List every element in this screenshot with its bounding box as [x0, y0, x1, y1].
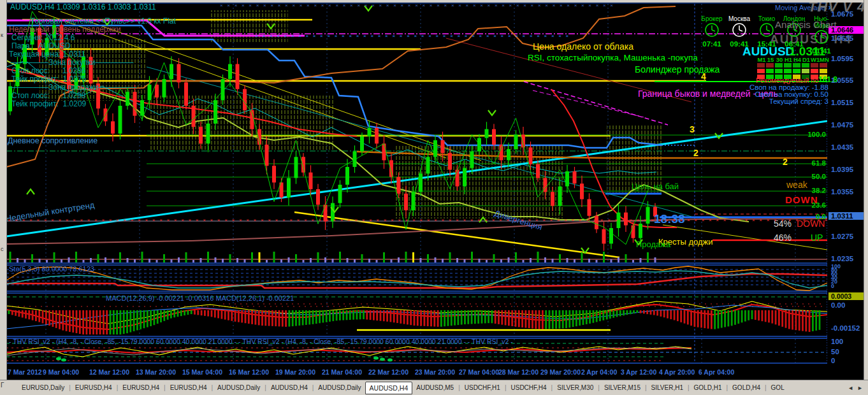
tab-separator: |	[598, 384, 600, 391]
time-label: 27 Mar 04:00	[459, 368, 499, 376]
tf-cell	[757, 69, 765, 73]
tf-header: D1	[802, 56, 811, 63]
wave-number-3: 3	[690, 125, 695, 134]
tab-eurusd-h4[interactable]: EURUSD,H4	[71, 382, 116, 394]
tab-audusd-daily[interactable]: AUDUSD,Daily	[314, 382, 365, 394]
spread-label: Текущий спред: 3	[769, 97, 828, 105]
timeframe-headers: M11530H1H4D1W1MN	[757, 56, 828, 63]
fib-label-23.6: 23.6	[812, 201, 826, 209]
strip-letter: к	[1, 32, 3, 38]
tab-separator: |	[688, 384, 690, 391]
tf-cell	[811, 63, 818, 68]
tab-separator: |	[645, 384, 647, 391]
scale-value-1.0515: 1.0515	[831, 99, 853, 106]
time-axis[interactable]: 7 Mar 20129 Mar 04:0012 Mar 12:0013 Mar …	[6, 364, 864, 380]
tab-usdchf-h4[interactable]: USDCHF,H4	[507, 382, 550, 394]
time-label: 12 Mar 12:00	[89, 368, 129, 376]
tf-row-1	[757, 69, 828, 73]
tf-cell	[820, 69, 827, 73]
clock-time: 15:41	[753, 40, 781, 48]
tf-cell	[802, 63, 809, 68]
buy-zone-label: —————Зона покупки—————	[10, 59, 134, 67]
tab-audusd-m5[interactable]: AUDUSD,M5	[412, 382, 458, 394]
annotation-rsi-stoch: RSI, стохастыйпокупка, Машенька -покупа	[528, 54, 698, 62]
up-word: UP	[811, 233, 823, 243]
scale-value-1.0311: 1.0311	[828, 212, 865, 220]
current-price-label: Текущая цена: 1.0311	[9, 50, 85, 59]
clock-time: 01:41	[807, 47, 835, 55]
clock-name: Москва	[725, 15, 753, 22]
tf-header: H1	[784, 56, 793, 63]
ohlc-title: AUDUSD,H4 1.0309 1.0316 1.0303 1.0311	[10, 3, 156, 11]
scale-value-1.0275: 1.0275	[831, 233, 853, 240]
chart-tab-bar: EURUSD,Daily|EURUSD,H4|EURUSD,H4|EURUSD,…	[0, 380, 868, 395]
annotation-sell: Продажа	[636, 240, 670, 249]
pair-label: Пара: AUDUSD	[11, 42, 71, 50]
scale-value-0.0003: 0.0003	[828, 292, 865, 300]
tf-row-0	[757, 63, 828, 68]
tab-eurusd-daily[interactable]: EURUSD,Daily	[18, 382, 68, 394]
tab-silver-m30[interactable]: SILVER,M30	[553, 382, 597, 394]
tab-separator: |	[264, 384, 266, 391]
tab-audusd-h4[interactable]: AUDUSD,H4	[365, 382, 413, 394]
time-label: 9 Mar 04:00	[43, 368, 79, 376]
tab-separator: |	[551, 384, 553, 391]
tf-header: 30	[775, 56, 784, 63]
tab-separator: |	[69, 384, 71, 391]
time-label: 22 Mar 12:00	[368, 368, 409, 376]
wave-number-4: 4	[701, 72, 706, 82]
tab-gold-h4[interactable]: GOLD,H4	[728, 382, 764, 394]
time-label: 19 Mar 20:00	[275, 368, 315, 376]
fib-label-50.0: 50.0	[812, 173, 826, 180]
tab-gol[interactable]: GOL	[767, 382, 788, 394]
fib-label-38.2: 38.2	[812, 187, 826, 194]
tf-header: MN	[820, 56, 828, 63]
tab-silver-h1[interactable]: SILVER,H1	[647, 382, 687, 394]
tf-header: H4	[793, 56, 802, 63]
annotation-target-buy: Цель на бай	[632, 182, 679, 191]
clock-time: 07:41	[698, 40, 726, 48]
thv-rsi-label: - THV RSI_v2 - (H4, -8, - Close, -85, -1…	[9, 338, 513, 345]
tab-scroll-left-icon[interactable]: ◄	[848, 385, 853, 391]
tab-silver-m15[interactable]: SILVER,M15	[600, 382, 644, 394]
tf-cell	[766, 69, 774, 73]
x-row-0: × × × × × × × × × × × × × × × × × × × × …	[220, 3, 615, 8]
tab-eurusd-h4[interactable]: EURUSD,H4	[119, 382, 163, 394]
scale-value-1.0635: 1.0635	[831, 34, 853, 42]
scale-value-1.0595: 1.0595	[831, 55, 853, 62]
tf-cell	[820, 63, 827, 68]
today-label: Сегодня: 2012.4.6	[11, 34, 75, 42]
tab-audusd-daily[interactable]: AUDUSD,Daily	[213, 382, 264, 394]
tab-audusd-h4[interactable]: AUDUSD,H4	[267, 382, 312, 394]
scale-value-0: 0	[831, 284, 834, 289]
clock-icon	[732, 22, 747, 38]
window-frame-right	[864, 0, 868, 380]
fib-label-61.8: 61.8	[812, 159, 826, 167]
time-label: 23 Mar 20:00	[415, 368, 455, 376]
tab-eurusd-h4[interactable]: EURUSD,H4	[166, 382, 211, 394]
tf-header: M1	[757, 56, 766, 63]
tab-scroll-right-icon[interactable]: ►	[857, 385, 863, 391]
clock-time: 09:41	[725, 40, 753, 48]
scale-value--0.00152: -0.00152	[831, 324, 860, 332]
tf-cell	[793, 69, 800, 73]
time-label: 28 Mar 12:00	[498, 368, 539, 376]
scale-value-1.0555: 1.0555	[831, 76, 853, 84]
weekly-support-label: Недельный уровень поддержки	[9, 25, 120, 34]
sell-takeprofit-label: Тейк профит: 1.0209	[11, 100, 86, 108]
tab-separator: |	[312, 384, 314, 391]
scale-value-50: 50	[831, 348, 839, 356]
annotation-weak: weak	[786, 180, 807, 190]
x-row-1: × × × × × × × × × × × × × × × × × × × × …	[255, 33, 570, 39]
window-frame-left	[0, 0, 7, 380]
tab-gold-h1[interactable]: GOLD,H1	[690, 382, 726, 394]
tab-separator: |	[726, 384, 728, 391]
tf-cell	[775, 69, 783, 73]
tab-separator: |	[164, 384, 166, 391]
sell-stoploss-label: Стоп лосс: 1.0298	[11, 92, 85, 100]
scale-value-0.00: 0.00	[831, 301, 845, 309]
fib-label-100.0: 100.0	[807, 131, 826, 138]
ch art-canvas[interactable]	[6, 3, 827, 364]
clock-icon	[704, 22, 720, 38]
tab-usdchf-h1[interactable]: USDCHF,H1	[461, 382, 504, 394]
